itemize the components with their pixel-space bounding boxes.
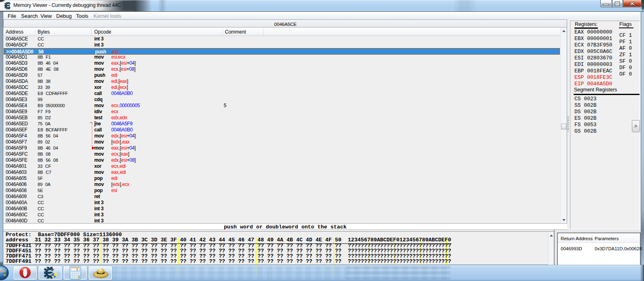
svg-text:0: 0 xyxy=(76,268,78,271)
